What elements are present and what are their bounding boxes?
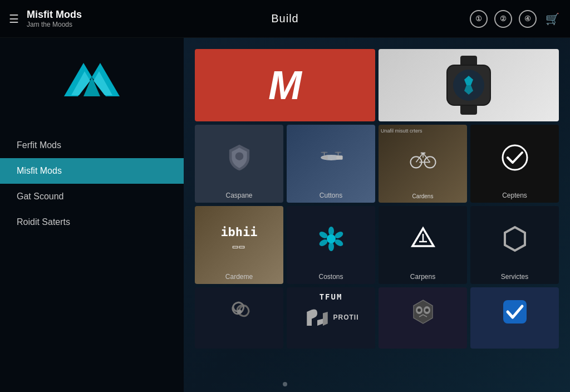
header-icons: ① ② ④ 🛒: [470, 10, 561, 28]
tiles-grid: M: [195, 49, 559, 349]
tile-cardens[interactable]: Cardens Unafil misutt crters: [379, 125, 467, 203]
svg-marker-38: [505, 227, 525, 251]
main-layout: Ferfit Mods Misfit Mods Gat Scound Roidi…: [0, 38, 570, 392]
menu-icon[interactable]: ☰: [9, 12, 19, 26]
svg-point-44: [425, 308, 429, 312]
tile-ceptens[interactable]: Ceptens: [470, 125, 559, 203]
header: ☰ Misfit Mods Jam the Moods Build ① ② ④ …: [0, 0, 570, 38]
svg-point-39: [237, 310, 242, 314]
tile-cardeme[interactable]: ibhii▭▭ Cardeme: [195, 206, 283, 284]
spiral-icon: [223, 295, 256, 329]
sidebar-item-ferfit[interactable]: Ferfit Mods: [0, 133, 184, 158]
header-icon-2[interactable]: ②: [494, 10, 512, 28]
caspane-icon: [223, 141, 256, 174]
header-center-title: Build: [271, 12, 298, 25]
ceptens-icon: [498, 141, 532, 174]
tile-carpens[interactable]: Carpens: [379, 206, 467, 284]
tile-costons-label: Costons: [287, 273, 375, 281]
tile-caspane[interactable]: Caspane: [195, 125, 283, 203]
svg-point-30: [328, 242, 334, 251]
app-title: Misfit Mods: [27, 9, 82, 21]
cuttons-icon: [315, 141, 348, 174]
sidebar-nav: Ferfit Mods Misfit Mods Gat Scound Roidi…: [0, 133, 184, 235]
svg-point-29: [328, 227, 334, 236]
content-area: M: [184, 38, 570, 392]
tile-costons[interactable]: Costons: [287, 206, 375, 284]
svg-point-12: [235, 152, 243, 160]
tile-featured-watch[interactable]: [379, 49, 559, 121]
svg-point-19: [335, 151, 342, 153]
header-brand: Misfit Mods Jam the Moods: [27, 9, 82, 29]
sidebar-item-misfit[interactable]: Misfit Mods: [0, 158, 184, 184]
watch-image: [379, 49, 559, 121]
tile-row3-2[interactable]: TFUM PROTII: [287, 287, 375, 349]
scroll-indicator: [283, 382, 287, 386]
svg-point-28: [327, 234, 336, 243]
tfum-icon: TFUM PROTII: [315, 295, 348, 329]
costons-icon: [315, 222, 348, 256]
svg-point-27: [503, 145, 527, 170]
carpens-icon: [406, 222, 440, 256]
header-icon-1[interactable]: ①: [470, 10, 488, 28]
sidebar-item-gat[interactable]: Gat Scound: [0, 184, 184, 209]
cardeme-text: ibhii▭▭: [220, 226, 257, 252]
sidebar: Ferfit Mods Misfit Mods Gat Scound Roidi…: [0, 38, 184, 392]
cart-icon[interactable]: 🛒: [543, 10, 561, 28]
cardens-overlay-text: Unafil misutt crters: [381, 128, 422, 134]
svg-point-18: [321, 151, 328, 153]
tile-servictes-label: Servictes: [470, 273, 559, 281]
tile-cardens-label: Cardens: [379, 193, 467, 199]
tile-row3-4[interactable]: [470, 287, 559, 349]
tile-cuttons[interactable]: Cuttons: [287, 125, 375, 203]
tile-row3-3[interactable]: [379, 287, 467, 349]
tile-cardeme-label: Cardeme: [195, 273, 283, 281]
tile-row3-1[interactable]: [195, 287, 283, 349]
app-subtitle: Jam the Moods: [27, 21, 82, 28]
tile-servictes[interactable]: Servictes: [470, 206, 559, 284]
m-letter: M: [268, 65, 302, 105]
check-blue-icon: [498, 295, 532, 329]
tile-carpens-label: Carpens: [379, 273, 467, 281]
ghost-icon: [406, 295, 440, 329]
tile-ceptens-label: Ceptens: [470, 192, 559, 199]
tile-featured-m[interactable]: M: [195, 49, 375, 121]
sidebar-item-roidit[interactable]: Roidit Saterts: [0, 209, 184, 235]
servictes-icon: [498, 222, 532, 256]
tile-caspane-label: Caspane: [195, 192, 283, 199]
tile-cuttons-label: Cuttons: [287, 192, 375, 199]
svg-rect-14: [336, 155, 342, 160]
logo-icon: [61, 57, 122, 107]
svg-point-43: [417, 308, 421, 312]
sidebar-logo: [58, 55, 125, 110]
cardens-icon: [406, 141, 440, 174]
header-icon-3[interactable]: ④: [519, 10, 537, 28]
